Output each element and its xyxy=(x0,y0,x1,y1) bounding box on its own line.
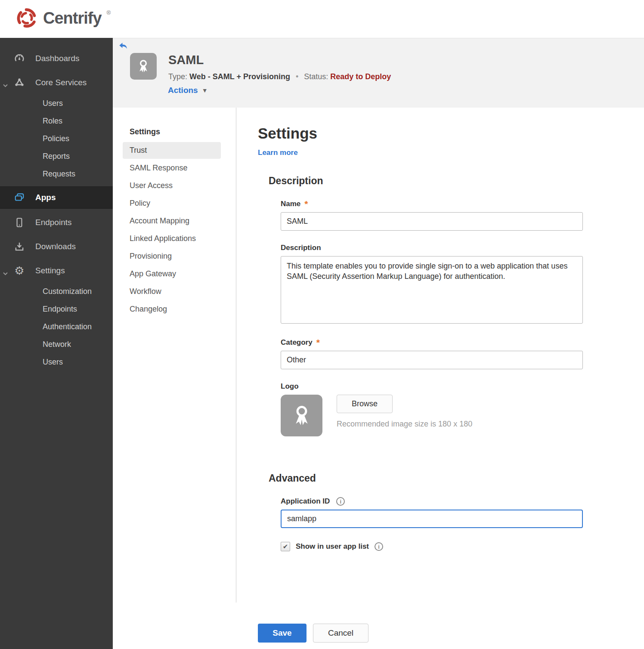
download-icon xyxy=(14,241,25,252)
meta-separator: • xyxy=(296,72,298,81)
brand-trademark: ® xyxy=(107,9,111,16)
app-logo-preview xyxy=(281,395,322,436)
top-bar: Centrify ® xyxy=(0,0,644,38)
settings-panel: Settings Learn more Description Name * D… xyxy=(236,108,644,643)
sidebar-item-network[interactable]: Network xyxy=(0,336,113,353)
save-button[interactable]: Save xyxy=(258,624,307,643)
app-logo-icon xyxy=(130,53,157,80)
sidebar-item-apps[interactable]: Apps xyxy=(0,186,113,209)
sidebar: Dashboards Core Services Users Roles Pol… xyxy=(0,38,113,649)
subnav-item-account-mapping[interactable]: Account Mapping xyxy=(123,213,221,229)
application-id-input[interactable] xyxy=(281,510,583,528)
sidebar-item-settings-users[interactable]: Users xyxy=(0,353,113,371)
brand-name: Centrify xyxy=(43,7,102,29)
sidebar-item-settings[interactable]: ⚙ Settings xyxy=(0,259,113,283)
page: Centrify ® Dashboards xyxy=(0,0,644,649)
actions-label: Actions xyxy=(168,86,198,95)
brand: Centrify ® xyxy=(0,0,644,31)
type-value: Web - SAML + Provisioning xyxy=(189,72,290,81)
learn-more-link[interactable]: Learn more xyxy=(258,148,298,157)
sidebar-item-label: Endpoints xyxy=(35,218,72,227)
subnav-item-app-gateway[interactable]: App Gateway xyxy=(123,266,221,282)
caret-down-icon: ▼ xyxy=(202,87,208,94)
settings-subnav: Settings Trust SAML Response User Access… xyxy=(113,108,236,603)
centrify-logo-icon xyxy=(15,7,38,31)
page-title: Settings xyxy=(258,125,644,142)
category-field-label: Category * xyxy=(281,338,583,347)
sidebar-item-downloads[interactable]: Downloads xyxy=(0,235,113,259)
name-input[interactable] xyxy=(281,212,583,231)
show-in-user-app-list-checkbox[interactable]: ✔ xyxy=(281,542,290,551)
status-label: Status: xyxy=(304,72,328,81)
name-field-label: Name * xyxy=(281,200,583,208)
back-arrow-icon[interactable] xyxy=(118,42,128,50)
sidebar-item-customization[interactable]: Customization xyxy=(0,283,113,300)
subnav-item-changelog[interactable]: Changelog xyxy=(123,301,221,318)
logo-field-label: Logo xyxy=(281,382,583,391)
gear-icon: ⚙ xyxy=(14,265,25,276)
subnav-item-workflow[interactable]: Workflow xyxy=(123,283,221,300)
sidebar-item-roles[interactable]: Roles xyxy=(0,112,113,130)
chevron-down-icon[interactable] xyxy=(3,269,8,278)
sidebar-item-requests[interactable]: Requests xyxy=(0,165,113,183)
apps-icon xyxy=(14,192,25,203)
description-textarea[interactable]: This template enables you to provide sin… xyxy=(281,256,583,324)
sidebar-item-settings-endpoints[interactable]: Endpoints xyxy=(0,300,113,318)
app-title: SAML xyxy=(168,53,391,67)
body: Settings Trust SAML Response User Access… xyxy=(113,108,644,643)
info-icon[interactable]: i xyxy=(336,497,345,506)
required-marker: * xyxy=(316,340,320,346)
subnav-item-provisioning[interactable]: Provisioning xyxy=(123,248,221,265)
subnav-item-trust[interactable]: Trust xyxy=(123,142,221,159)
gauge-icon xyxy=(14,53,25,64)
sidebar-item-label: Dashboards xyxy=(35,54,79,63)
sidebar-item-endpoints[interactable]: Endpoints xyxy=(0,210,113,235)
advanced-section-heading: Advanced xyxy=(269,473,644,484)
subnav-item-policy[interactable]: Policy xyxy=(123,195,221,212)
sidebar-item-reports[interactable]: Reports xyxy=(0,148,113,165)
status-value: Ready to Deploy xyxy=(330,72,391,81)
sidebar-item-users[interactable]: Users xyxy=(0,95,113,112)
description-section-heading: Description xyxy=(269,175,644,187)
sidebar-item-policies[interactable]: Policies xyxy=(0,130,113,148)
required-marker: * xyxy=(304,201,308,207)
cancel-button[interactable]: Cancel xyxy=(313,624,368,643)
sidebar-item-label: Downloads xyxy=(35,242,76,251)
sidebar-item-core-services[interactable]: Core Services xyxy=(0,71,113,95)
mobile-device-icon xyxy=(14,217,25,228)
category-input[interactable] xyxy=(281,351,583,369)
chevron-down-icon[interactable] xyxy=(3,80,8,90)
sidebar-item-authentication[interactable]: Authentication xyxy=(0,318,113,336)
actions-dropdown[interactable]: Actions ▼ xyxy=(168,86,208,95)
sidebar-item-label: Apps xyxy=(35,193,56,202)
type-label: Type: xyxy=(168,72,187,81)
description-field-label: Description xyxy=(281,244,583,252)
application-id-label: Application ID i xyxy=(281,497,583,506)
subnav-item-saml-response[interactable]: SAML Response xyxy=(123,160,221,176)
subnav-item-user-access[interactable]: User Access xyxy=(123,177,221,194)
show-in-user-app-list-label: Show in user app list xyxy=(296,542,369,551)
app-header: SAML Type: Web - SAML + Provisioning • S… xyxy=(113,38,644,108)
logo-size-hint: Recommended image size is 180 x 180 xyxy=(337,420,472,429)
subnav-header: Settings xyxy=(123,127,236,142)
check-icon: ✔ xyxy=(283,543,288,550)
sidebar-item-dashboards[interactable]: Dashboards xyxy=(0,46,113,71)
info-icon[interactable]: i xyxy=(375,542,383,551)
sidebar-item-label: Settings xyxy=(35,266,65,275)
sidebar-item-label: Core Services xyxy=(35,78,87,87)
subnav-item-linked-applications[interactable]: Linked Applications xyxy=(123,230,221,247)
app-meta-line: Type: Web - SAML + Provisioning • Status… xyxy=(168,72,391,81)
browse-button[interactable]: Browse xyxy=(337,395,393,413)
content-area: SAML Type: Web - SAML + Provisioning • S… xyxy=(113,38,644,649)
core-services-icon xyxy=(14,77,25,88)
